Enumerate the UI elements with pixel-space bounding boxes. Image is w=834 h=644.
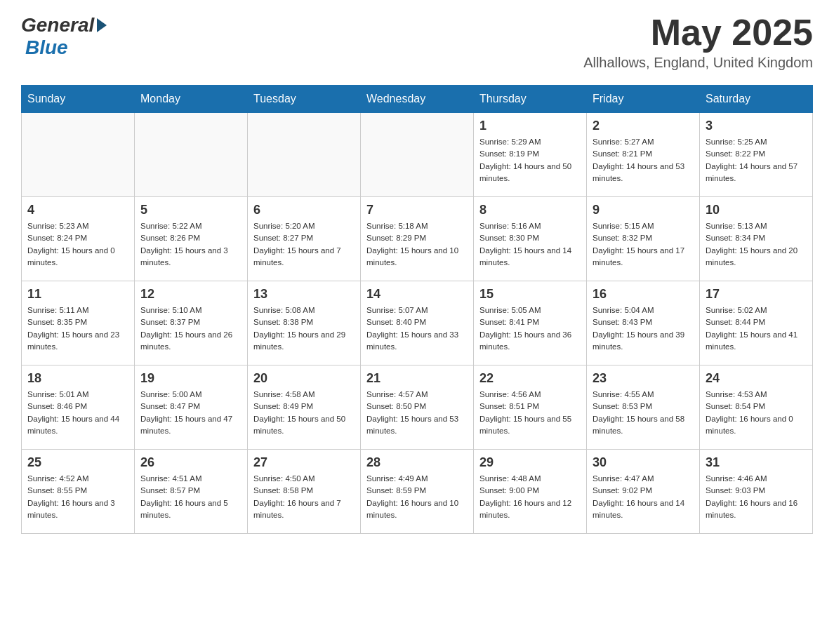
calendar-week-3: 11Sunrise: 5:11 AMSunset: 8:35 PMDayligh… — [22, 281, 813, 365]
day-number: 14 — [366, 287, 468, 302]
calendar-body: 1Sunrise: 5:29 AMSunset: 8:19 PMDaylight… — [22, 113, 813, 534]
title-section: May 2025 Allhallows, England, United Kin… — [583, 14, 813, 71]
calendar-cell: 6Sunrise: 5:20 AMSunset: 8:27 PMDaylight… — [248, 197, 361, 281]
logo-arrow-icon — [97, 18, 107, 32]
day-info: Sunrise: 5:16 AMSunset: 8:30 PMDaylight:… — [479, 220, 581, 269]
calendar-cell: 29Sunrise: 4:48 AMSunset: 9:00 PMDayligh… — [474, 450, 587, 534]
calendar-week-5: 25Sunrise: 4:52 AMSunset: 8:55 PMDayligh… — [22, 450, 813, 534]
day-number: 28 — [366, 455, 468, 470]
calendar-cell: 23Sunrise: 4:55 AMSunset: 8:53 PMDayligh… — [587, 365, 700, 450]
day-info: Sunrise: 5:20 AMSunset: 8:27 PMDaylight:… — [253, 220, 355, 269]
day-number: 31 — [706, 455, 807, 470]
day-info: Sunrise: 4:55 AMSunset: 8:53 PMDaylight:… — [593, 389, 694, 437]
day-number: 30 — [593, 455, 694, 470]
day-number: 22 — [479, 371, 581, 386]
day-number: 27 — [253, 455, 355, 470]
calendar-cell: 8Sunrise: 5:16 AMSunset: 8:30 PMDaylight… — [474, 197, 587, 281]
calendar-week-1: 1Sunrise: 5:29 AMSunset: 8:19 PMDaylight… — [22, 113, 813, 197]
calendar-cell — [248, 113, 361, 197]
day-info: Sunrise: 5:29 AMSunset: 8:19 PMDaylight:… — [479, 136, 581, 185]
day-info: Sunrise: 4:57 AMSunset: 8:50 PMDaylight:… — [366, 389, 468, 437]
header-row: SundayMondayTuesdayWednesdayThursdayFrid… — [22, 86, 813, 113]
day-info: Sunrise: 4:58 AMSunset: 8:49 PMDaylight:… — [253, 389, 355, 437]
day-number: 5 — [140, 203, 241, 217]
calendar-cell: 7Sunrise: 5:18 AMSunset: 8:29 PMDaylight… — [361, 197, 474, 281]
day-info: Sunrise: 5:01 AMSunset: 8:46 PMDaylight:… — [27, 389, 128, 437]
calendar-cell: 16Sunrise: 5:04 AMSunset: 8:43 PMDayligh… — [587, 281, 700, 365]
calendar-cell: 30Sunrise: 4:47 AMSunset: 9:02 PMDayligh… — [587, 450, 700, 534]
day-number: 4 — [27, 203, 128, 217]
calendar-cell: 15Sunrise: 5:05 AMSunset: 8:41 PMDayligh… — [474, 281, 587, 365]
day-number: 9 — [593, 203, 694, 217]
calendar-cell: 13Sunrise: 5:08 AMSunset: 8:38 PMDayligh… — [248, 281, 361, 365]
calendar-cell: 21Sunrise: 4:57 AMSunset: 8:50 PMDayligh… — [361, 365, 474, 450]
day-info: Sunrise: 4:48 AMSunset: 9:00 PMDaylight:… — [479, 473, 581, 521]
logo-general-text: General — [21, 14, 94, 36]
day-info: Sunrise: 5:05 AMSunset: 8:41 PMDaylight:… — [479, 304, 581, 353]
header-day-monday: Monday — [135, 86, 248, 113]
calendar-header: SundayMondayTuesdayWednesdayThursdayFrid… — [22, 86, 813, 113]
header-day-tuesday: Tuesday — [248, 86, 361, 113]
day-number: 29 — [479, 455, 581, 470]
header-day-thursday: Thursday — [474, 86, 587, 113]
day-info: Sunrise: 4:52 AMSunset: 8:55 PMDaylight:… — [27, 473, 128, 521]
calendar-cell — [361, 113, 474, 197]
day-info: Sunrise: 4:49 AMSunset: 8:59 PMDaylight:… — [366, 473, 468, 521]
day-number: 16 — [593, 287, 694, 302]
day-info: Sunrise: 4:56 AMSunset: 8:51 PMDaylight:… — [479, 389, 581, 437]
day-number: 8 — [479, 203, 581, 217]
day-info: Sunrise: 5:07 AMSunset: 8:40 PMDaylight:… — [366, 304, 468, 353]
day-info: Sunrise: 5:18 AMSunset: 8:29 PMDaylight:… — [366, 220, 468, 269]
day-info: Sunrise: 4:53 AMSunset: 8:54 PMDaylight:… — [706, 389, 807, 437]
logo-blue-text: Blue — [25, 36, 68, 59]
calendar-cell: 24Sunrise: 4:53 AMSunset: 8:54 PMDayligh… — [700, 365, 813, 450]
calendar-cell: 20Sunrise: 4:58 AMSunset: 8:49 PMDayligh… — [248, 365, 361, 450]
header-day-saturday: Saturday — [700, 86, 813, 113]
day-number: 11 — [27, 287, 128, 302]
day-number: 26 — [140, 455, 241, 470]
month-title: May 2025 — [583, 14, 813, 51]
calendar-cell: 18Sunrise: 5:01 AMSunset: 8:46 PMDayligh… — [22, 365, 135, 450]
day-number: 17 — [706, 287, 807, 302]
day-info: Sunrise: 5:04 AMSunset: 8:43 PMDaylight:… — [593, 304, 694, 353]
calendar-cell: 4Sunrise: 5:23 AMSunset: 8:24 PMDaylight… — [22, 197, 135, 281]
day-number: 18 — [27, 371, 128, 386]
day-number: 15 — [479, 287, 581, 302]
day-info: Sunrise: 5:13 AMSunset: 8:34 PMDaylight:… — [706, 220, 807, 269]
day-number: 12 — [140, 287, 241, 302]
day-info: Sunrise: 5:15 AMSunset: 8:32 PMDaylight:… — [593, 220, 694, 269]
header-day-wednesday: Wednesday — [361, 86, 474, 113]
day-info: Sunrise: 5:23 AMSunset: 8:24 PMDaylight:… — [27, 220, 128, 269]
day-info: Sunrise: 5:10 AMSunset: 8:37 PMDaylight:… — [140, 304, 241, 353]
day-info: Sunrise: 5:27 AMSunset: 8:21 PMDaylight:… — [593, 136, 694, 185]
location-text: Allhallows, England, United Kingdom — [583, 55, 813, 71]
day-info: Sunrise: 5:08 AMSunset: 8:38 PMDaylight:… — [253, 304, 355, 353]
day-info: Sunrise: 4:50 AMSunset: 8:58 PMDaylight:… — [253, 473, 355, 521]
calendar-cell: 1Sunrise: 5:29 AMSunset: 8:19 PMDaylight… — [474, 113, 587, 197]
calendar-week-2: 4Sunrise: 5:23 AMSunset: 8:24 PMDaylight… — [22, 197, 813, 281]
calendar-cell: 27Sunrise: 4:50 AMSunset: 8:58 PMDayligh… — [248, 450, 361, 534]
calendar-cell: 14Sunrise: 5:07 AMSunset: 8:40 PMDayligh… — [361, 281, 474, 365]
calendar-cell: 11Sunrise: 5:11 AMSunset: 8:35 PMDayligh… — [22, 281, 135, 365]
calendar-cell: 9Sunrise: 5:15 AMSunset: 8:32 PMDaylight… — [587, 197, 700, 281]
calendar-cell: 25Sunrise: 4:52 AMSunset: 8:55 PMDayligh… — [22, 450, 135, 534]
day-info: Sunrise: 5:11 AMSunset: 8:35 PMDaylight:… — [27, 304, 128, 353]
logo: General Blue — [21, 14, 107, 59]
day-number: 23 — [593, 371, 694, 386]
day-number: 6 — [253, 203, 355, 217]
day-number: 20 — [253, 371, 355, 386]
day-number: 2 — [593, 119, 694, 133]
calendar-cell: 26Sunrise: 4:51 AMSunset: 8:57 PMDayligh… — [135, 450, 248, 534]
calendar-cell — [135, 113, 248, 197]
day-number: 19 — [140, 371, 241, 386]
header-day-friday: Friday — [587, 86, 700, 113]
calendar-cell: 19Sunrise: 5:00 AMSunset: 8:47 PMDayligh… — [135, 365, 248, 450]
day-info: Sunrise: 4:47 AMSunset: 9:02 PMDaylight:… — [593, 473, 694, 521]
calendar-week-4: 18Sunrise: 5:01 AMSunset: 8:46 PMDayligh… — [22, 365, 813, 450]
day-number: 13 — [253, 287, 355, 302]
day-info: Sunrise: 5:25 AMSunset: 8:22 PMDaylight:… — [706, 136, 807, 185]
day-info: Sunrise: 4:46 AMSunset: 9:03 PMDaylight:… — [706, 473, 807, 521]
day-number: 21 — [366, 371, 468, 386]
calendar-table: SundayMondayTuesdayWednesdayThursdayFrid… — [21, 85, 813, 534]
calendar-cell: 31Sunrise: 4:46 AMSunset: 9:03 PMDayligh… — [700, 450, 813, 534]
